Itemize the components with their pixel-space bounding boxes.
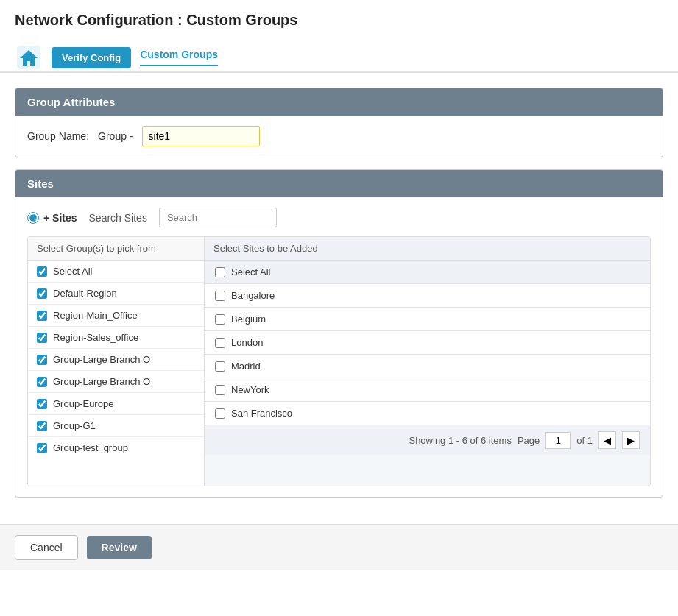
page-number-input[interactable] [545, 432, 571, 449]
list-item[interactable]: San Francisco [205, 402, 650, 425]
sites-body: + Sites Search Sites Select Group(s) to … [15, 197, 663, 497]
site-checkbox-0[interactable] [215, 267, 225, 277]
cancel-button[interactable]: Cancel [15, 535, 78, 560]
site-checkbox-2[interactable] [215, 314, 225, 325]
group-checkbox-2[interactable] [37, 311, 47, 321]
group-checkbox-5[interactable] [37, 377, 47, 387]
site-label-4: Madrid [231, 361, 261, 372]
groups-checkbox-list: Select All Default-Region Region-Main_Of… [28, 261, 204, 459]
list-item[interactable]: Select All [205, 261, 650, 284]
group-label-2: Region-Main_Office [53, 310, 138, 321]
next-page-button[interactable]: ▶ [622, 431, 640, 449]
site-label-0: Select All [231, 266, 270, 277]
group-checkbox-4[interactable] [37, 355, 47, 365]
list-item[interactable]: NewYork [205, 378, 650, 402]
group-attributes-body: Group Name: Group - [15, 116, 663, 157]
custom-groups-nav-link[interactable]: Custom Groups [140, 49, 218, 66]
group-checkbox-7[interactable] [37, 421, 47, 431]
site-label-1: Bangalore [231, 290, 275, 301]
group-label-5: Group-Large Branch O [53, 376, 150, 387]
group-label-8: Group-test_group [53, 442, 128, 453]
list-item[interactable]: Madrid [205, 355, 650, 378]
home-icon[interactable] [15, 43, 43, 71]
sites-top-row: + Sites Search Sites [27, 208, 651, 227]
site-checkbox-4[interactable] [215, 361, 225, 372]
group-attributes-header: Group Attributes [15, 88, 663, 116]
group-checkbox-6[interactable] [37, 399, 47, 409]
sites-radio-text: + Sites [43, 212, 77, 224]
group-label-3: Region-Sales_office [53, 332, 138, 343]
list-item[interactable]: Group-G1 [28, 415, 204, 437]
two-columns-container: Select Group(s) to pick from Select All … [27, 236, 651, 486]
site-checkbox-3[interactable] [215, 338, 225, 348]
group-prefix: Group - [98, 130, 133, 142]
prev-page-button[interactable]: ◀ [598, 431, 616, 449]
group-label-7: Group-G1 [53, 420, 96, 431]
list-item[interactable]: London [205, 331, 650, 355]
group-checkbox-3[interactable] [37, 333, 47, 343]
list-item[interactable]: Group-Large Branch O [28, 349, 204, 371]
sites-checkbox-list: Select All Bangalore Belgium [205, 261, 650, 425]
site-label-6: San Francisco [231, 408, 292, 419]
sites-header: Sites [15, 170, 663, 197]
nav-bar: Verify Config Custom Groups [0, 38, 678, 73]
page-title: Network Configuration : Custom Groups [0, 0, 678, 38]
group-label-1: Default-Region [53, 288, 117, 299]
site-label-3: London [231, 337, 263, 348]
list-item[interactable]: Bangalore [205, 284, 650, 308]
site-label-2: Belgium [231, 314, 266, 325]
group-name-input[interactable] [142, 126, 260, 146]
list-item[interactable]: Select All [28, 261, 204, 283]
page-wrapper: Network Configuration : Custom Groups Ve… [0, 0, 678, 616]
left-panel-header: Select Group(s) to pick from [28, 237, 204, 261]
search-input[interactable] [159, 208, 277, 227]
main-content: Group Attributes Group Name: Group - Sit… [0, 73, 678, 524]
sites-panel: Sites + Sites Search Sites Select Group(… [15, 169, 663, 498]
group-label-6: Group-Europe [53, 398, 113, 409]
list-item[interactable]: Group-Large Branch O [28, 371, 204, 393]
list-item[interactable]: Group-test_group [28, 437, 204, 459]
pagination-bar: Showing 1 - 6 of 6 items Page of 1 ◀ ▶ [205, 425, 650, 455]
group-label-4: Group-Large Branch O [53, 354, 150, 365]
list-item[interactable]: Region-Main_Office [28, 305, 204, 327]
group-checkbox-0[interactable] [37, 266, 47, 277]
sites-radio-label[interactable]: + Sites [27, 212, 77, 224]
list-item[interactable]: Default-Region [28, 283, 204, 305]
site-checkbox-1[interactable] [215, 291, 225, 301]
left-panel: Select Group(s) to pick from Select All … [28, 237, 205, 486]
pagination-page-label: Page [518, 435, 540, 446]
pagination-showing: Showing 1 - 6 of 6 items [409, 435, 511, 446]
right-panel: Select Sites to be Added Select All Bang… [205, 237, 650, 486]
group-checkbox-8[interactable] [37, 443, 47, 453]
site-checkbox-6[interactable] [215, 408, 225, 419]
site-checkbox-5[interactable] [215, 385, 225, 395]
right-panel-header: Select Sites to be Added [205, 237, 650, 261]
action-bar: Cancel Review [0, 524, 678, 570]
verify-config-button[interactable]: Verify Config [52, 47, 131, 68]
group-label-0: Select All [53, 266, 92, 277]
list-item[interactable]: Group-Europe [28, 393, 204, 415]
review-button[interactable]: Review [87, 536, 152, 559]
group-checkbox-1[interactable] [37, 288, 47, 299]
pagination-of-label: of 1 [576, 435, 593, 446]
site-label-5: NewYork [231, 384, 269, 395]
group-attributes-panel: Group Attributes Group Name: Group - [15, 88, 663, 157]
list-item[interactable]: Region-Sales_office [28, 327, 204, 349]
sites-radio-input[interactable] [27, 212, 39, 224]
search-sites-label: Search Sites [89, 212, 147, 224]
list-item[interactable]: Belgium [205, 308, 650, 331]
group-name-label: Group Name: [27, 130, 89, 142]
